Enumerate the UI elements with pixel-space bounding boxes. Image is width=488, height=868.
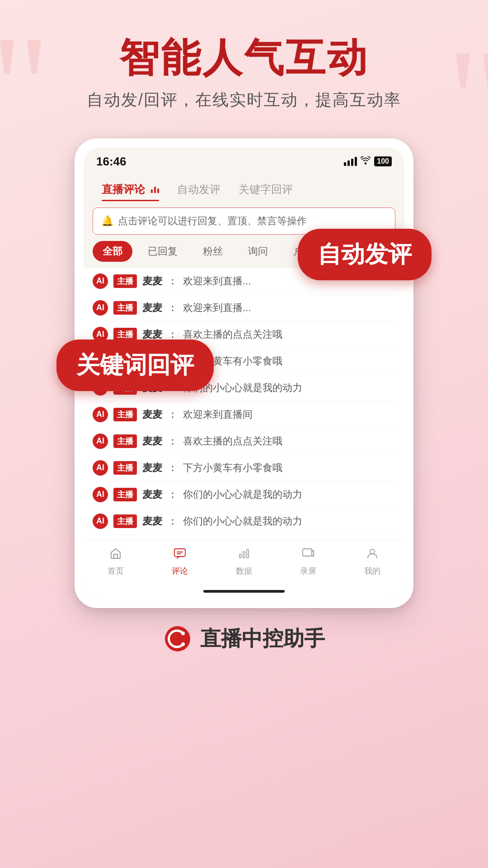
filter-tab-all[interactable]: 全部 — [93, 241, 132, 262]
nav-label-home: 首页 — [108, 566, 124, 576]
comment-text: 欢迎来到直播间 — [183, 408, 253, 421]
nav-item-profile[interactable]: 我的 — [340, 547, 404, 576]
filter-tab-query[interactable]: 询问 — [238, 241, 278, 262]
ai-badge: AI — [93, 460, 108, 476]
host-badge: 主播 — [113, 461, 137, 475]
home-indicator — [84, 590, 404, 599]
keyword-reply-badge: 关键词回评 — [56, 340, 214, 391]
ai-badge: AI — [93, 300, 108, 316]
tab-keyword-reply[interactable]: 关键字回评 — [230, 178, 302, 201]
host-badge: 主播 — [113, 301, 137, 315]
host-badge: 主播 — [113, 274, 137, 288]
bottom-nav-bar: 首页 评论 — [84, 539, 404, 590]
host-badge: 主播 — [113, 434, 137, 448]
svg-point-5 — [370, 549, 375, 554]
svg-rect-0 — [174, 549, 185, 557]
signal-icon — [344, 157, 357, 166]
comment-name: 麦麦 — [142, 488, 162, 501]
nav-item-data[interactable]: 数据 — [212, 547, 276, 576]
status-time: 16:46 — [96, 155, 127, 169]
nav-item-comment[interactable]: 评论 — [148, 547, 212, 576]
comment-item[interactable]: AI 主播 麦麦 ： 你们的小心心就是我的动力 — [93, 508, 395, 535]
ai-badge: AI — [93, 514, 108, 529]
indicator-line — [203, 590, 285, 593]
comment-list: AI 主播 麦麦 ： 欢迎来到直播... AI 主播 麦麦 ： 欢迎来到直播..… — [84, 268, 404, 539]
tab-auto-comment[interactable]: 自动发评 — [168, 178, 230, 201]
nav-item-home[interactable]: 首页 — [84, 547, 148, 576]
comment-name: 麦麦 — [142, 461, 162, 475]
svg-point-7 — [181, 632, 185, 635]
ai-badge: AI — [93, 407, 108, 422]
comment-text: 你们的小心心就是我的动力 — [183, 514, 302, 528]
comment-item[interactable]: AI 主播 麦麦 ： 欢迎来到直播间 — [93, 535, 395, 539]
comment-item[interactable]: AI 主播 麦麦 ： 下方小黄车有小零食哦 — [93, 455, 395, 481]
svg-rect-1 — [239, 554, 241, 558]
auto-comment-badge: 自动发评 — [298, 229, 432, 280]
comment-item[interactable]: AI 主播 麦麦 ： 你们的小心心就是我的动力 — [93, 481, 395, 508]
host-badge: 主播 — [113, 408, 137, 421]
ai-badge: AI — [93, 434, 108, 449]
comment-icon — [174, 547, 186, 563]
bar-chart-icon — [151, 185, 159, 193]
filter-tab-fans[interactable]: 粉丝 — [193, 241, 233, 262]
tab-live-comment[interactable]: 直播评论 — [93, 178, 168, 201]
comment-name: 麦麦 — [142, 301, 162, 315]
speaker-icon: 🔔 — [101, 215, 113, 227]
svg-rect-2 — [243, 552, 245, 558]
home-icon — [109, 547, 122, 563]
svg-rect-4 — [303, 549, 312, 556]
comment-name: 麦麦 — [142, 434, 162, 448]
brand-logo — [163, 624, 192, 653]
comment-item[interactable]: AI 主播 麦麦 ： 欢迎来到直播间 — [93, 401, 395, 428]
notice-text: 点击评论可以进行回复、置顶、禁言等操作 — [118, 214, 307, 228]
profile-icon — [366, 547, 379, 563]
nav-label-data: 数据 — [236, 566, 252, 576]
comment-name: 麦麦 — [142, 274, 162, 288]
status-icons: 100 — [344, 156, 392, 167]
nav-item-record[interactable]: 录屏 — [276, 547, 340, 576]
comment-text: 喜欢主播的点点关注哦 — [183, 328, 282, 341]
svg-point-8 — [181, 642, 185, 646]
wifi-icon — [361, 156, 371, 167]
data-icon — [238, 547, 250, 563]
record-icon — [302, 547, 314, 563]
host-badge: 主播 — [113, 514, 137, 528]
comment-text: 喜欢主播的点点关注哦 — [183, 434, 282, 448]
battery-icon: 100 — [374, 156, 392, 166]
nav-label-profile: 我的 — [364, 566, 380, 576]
filter-tab-replied[interactable]: 已回复 — [138, 241, 188, 262]
status-bar: 16:46 100 — [84, 147, 404, 172]
comment-text: 欢迎来到直播... — [183, 301, 251, 315]
header-section: 智能人气互动 自动发/回评，在线实时互动，提高互动率 — [0, 0, 488, 125]
ai-badge: AI — [93, 487, 108, 502]
comment-item[interactable]: AI 主播 麦麦 ： 喜欢主播的点点关注哦 — [93, 428, 395, 455]
ai-badge: AI — [93, 274, 108, 289]
comment-name: 麦麦 — [142, 408, 162, 421]
svg-rect-3 — [247, 549, 249, 558]
host-badge: 主播 — [113, 488, 137, 501]
phone-tab-bar: 直播评论 自动发评 关键字回评 — [84, 172, 404, 201]
main-title: 智能人气互动 — [27, 36, 461, 80]
nav-label-comment: 评论 — [172, 566, 188, 576]
comment-text: 下方小黄车有小零食哦 — [183, 461, 282, 475]
brand-footer: 直播中控助手 — [0, 608, 488, 667]
comment-text: 欢迎来到直播... — [183, 274, 251, 288]
comment-text: 你们的小心心就是我的动力 — [183, 488, 302, 501]
sub-title: 自动发/回评，在线实时互动，提高互动率 — [27, 89, 461, 111]
comment-list-inner: AI 主播 麦麦 ： 欢迎来到直播... AI 主播 麦麦 ： 欢迎来到直播..… — [84, 268, 404, 539]
brand-name: 直播中控助手 — [200, 625, 325, 653]
comment-item[interactable]: AI 主播 麦麦 ： 欢迎来到直播... — [93, 295, 395, 321]
comment-name: 麦麦 — [142, 514, 162, 528]
nav-label-record: 录屏 — [300, 566, 316, 576]
phone-mockup: 自动发评 关键词回评 16:46 — [75, 138, 413, 608]
